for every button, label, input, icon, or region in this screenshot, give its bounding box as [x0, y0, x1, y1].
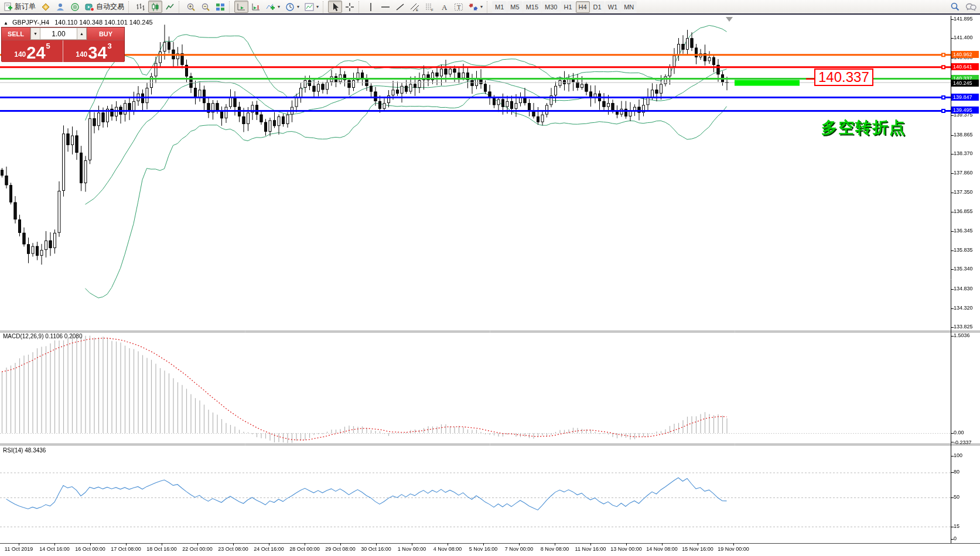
price-axis-tick: 135.835 — [954, 247, 973, 253]
price-axis-tick: 136.345 — [954, 228, 973, 234]
time-axis-label: 30 Oct 16:00 — [361, 546, 391, 552]
price-axis-tick: 133.825 — [954, 324, 973, 330]
bar-chart-button[interactable] — [134, 1, 148, 13]
tab-timeframe-w1[interactable]: W1 — [605, 1, 621, 13]
tab-timeframe-h4[interactable]: H4 — [576, 1, 590, 13]
horizontal-line-button[interactable] — [378, 1, 392, 13]
toolbar-separator — [229, 1, 233, 13]
time-axis-label: 19 Nov 00:00 — [718, 546, 749, 552]
sonar-button[interactable] — [68, 1, 82, 13]
trendline-icon — [395, 2, 405, 12]
cursor-button[interactable] — [328, 1, 342, 13]
autoscroll-icon — [237, 2, 246, 12]
channel-button[interactable]: E — [408, 1, 422, 13]
new-order-icon — [4, 2, 13, 12]
time-axis-label: 4 Nov 08:00 — [433, 546, 462, 552]
volume-input[interactable]: 1.00 — [40, 28, 77, 40]
search-icon — [950, 2, 960, 12]
volume-increase-button[interactable]: ▲ — [77, 28, 87, 40]
zoom-out-button[interactable] — [199, 1, 213, 13]
new-order-label: 新订单 — [15, 2, 36, 12]
tile-windows-icon — [216, 2, 225, 12]
price-axis-tick: 141.400 — [954, 35, 973, 40]
candlestick-chart-button[interactable] — [148, 1, 162, 13]
time-axis-label: 29 Oct 08:00 — [325, 546, 356, 552]
time-axis-label: 11 Nov 16:00 — [575, 546, 606, 552]
collapse-triangle-icon[interactable]: ▲ — [4, 20, 8, 26]
fibonacci-button[interactable]: F — [422, 1, 436, 13]
toolbar-separator — [323, 1, 326, 13]
price-axis-tick: 136.855 — [954, 208, 973, 214]
price-callout-box[interactable]: 140.337 — [814, 68, 873, 86]
history-button[interactable] — [39, 1, 53, 13]
time-axis-label: 28 Oct 00:00 — [289, 546, 320, 552]
macd-indicator-label: MACD(12,26,9) 0.1106 0.2080 — [3, 333, 82, 339]
rsi-axis-tick: 50 — [954, 494, 959, 500]
turning-point-note[interactable]: 多空转折点 — [821, 117, 906, 138]
vertical-line-icon — [366, 2, 375, 12]
templates-icon — [305, 2, 314, 12]
tile-windows-button[interactable] — [213, 1, 227, 13]
tab-timeframe-m30[interactable]: M30 — [542, 1, 560, 13]
buy-button[interactable]: BUY — [87, 28, 124, 40]
tab-timeframe-h1[interactable]: H1 — [561, 1, 575, 13]
horizontal-line-icon — [381, 2, 390, 12]
macd-axis-tick: -0.2337 — [954, 440, 972, 445]
price-axis-tick: 134.830 — [954, 286, 973, 291]
volume-decrease-button[interactable]: ▼ — [30, 28, 40, 40]
time-axis-label: 24 Oct 16:00 — [254, 546, 284, 552]
indicators-button[interactable]: ▾ — [264, 1, 282, 13]
price-line-label[interactable]: 140.962 — [951, 51, 979, 58]
svg-text:T: T — [457, 4, 461, 11]
macd-axis-tick: 1.5036 — [954, 332, 970, 338]
trendline-button[interactable] — [393, 1, 407, 13]
price-line-label[interactable]: 140.641 — [951, 63, 979, 70]
channel-icon: E — [410, 2, 419, 12]
text-button[interactable]: A — [437, 1, 451, 13]
rsi-axis-tick: 80 — [954, 469, 959, 475]
arrows-icon — [469, 2, 478, 12]
arrows-button[interactable]: ▾ — [466, 1, 485, 13]
new-order-button[interactable]: 新订单 — [1, 1, 38, 13]
zoom-in-button[interactable] — [184, 1, 198, 13]
text-icon: A — [439, 2, 449, 12]
toolbar-separator — [128, 1, 132, 13]
price-axis-tick: 137.350 — [954, 189, 973, 195]
cursor-icon — [330, 2, 340, 12]
periods-icon — [285, 2, 295, 12]
vertical-line-button[interactable] — [364, 1, 378, 13]
text-label-button[interactable]: T — [452, 1, 466, 13]
symbol-ohlc-header: ▲ GBPJPY-,H4 140.110 140.348 140.101 140… — [4, 19, 153, 26]
tab-timeframe-mn[interactable]: MN — [621, 1, 637, 13]
fibonacci-icon: F — [425, 2, 434, 12]
time-axis-label: 14 Oct 16:00 — [39, 546, 70, 552]
zoom-in-icon — [186, 2, 196, 12]
crosshair-button[interactable] — [343, 1, 357, 13]
chat-button[interactable] — [963, 1, 979, 13]
periods-button[interactable]: ▾ — [283, 1, 302, 13]
chart-shift-button[interactable] — [249, 1, 263, 13]
sell-button[interactable]: SELL — [2, 28, 30, 40]
rsi-axis-tick: 100 — [954, 452, 962, 458]
tab-timeframe-m15[interactable]: M15 — [523, 1, 541, 13]
tab-timeframe-d1[interactable]: D1 — [590, 1, 605, 13]
search-button[interactable] — [948, 1, 962, 13]
price-line-label[interactable]: 139.847 — [951, 94, 979, 101]
chart-canvas[interactable] — [0, 16, 980, 556]
profile-button[interactable] — [53, 1, 67, 13]
toolbar-separator — [358, 1, 362, 13]
ohlc-values: 140.110 140.348 140.101 140.245 — [54, 19, 152, 26]
tab-timeframe-m1[interactable]: M1 — [492, 1, 507, 13]
toolbar-separator — [487, 1, 490, 13]
autoscroll-button[interactable] — [234, 1, 248, 13]
templates-button[interactable]: ▾ — [302, 1, 321, 13]
sell-price-display[interactable]: 140 24 5 — [2, 40, 63, 62]
line-chart-button[interactable] — [163, 1, 177, 13]
autotrade-button[interactable]: 自动交易 — [83, 1, 127, 13]
line-chart-icon — [165, 2, 175, 12]
tab-timeframe-m5[interactable]: M5 — [507, 1, 522, 13]
time-axis-label: 13 Nov 00:00 — [610, 546, 642, 552]
price-line-label[interactable]: 139.495 — [951, 107, 979, 114]
time-axis-label: 17 Oct 08:00 — [111, 546, 141, 552]
buy-price-display[interactable]: 140 34 3 — [63, 40, 124, 62]
